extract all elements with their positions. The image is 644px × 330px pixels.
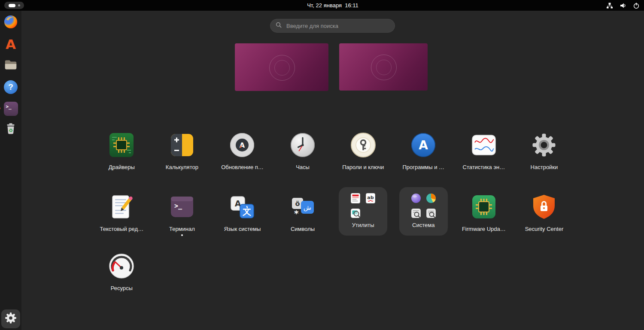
folder-preview-grid: ab [349,193,377,219]
dock-item-help[interactable]: ? [3,79,19,95]
dock-item-files[interactable] [3,58,19,74]
app-resources[interactable]: Ресурсы [91,252,152,309]
app-clocks[interactable]: Часы [273,131,333,188]
security-shield-icon [530,193,558,221]
app-terminal[interactable]: >_ Терминал [152,187,213,250]
power-icon[interactable] [633,2,640,9]
app-grid-row-2: Текстовый ред… >_ Терминал A [91,187,574,250]
firefox-icon [3,15,18,31]
app-label: Firmware Upda… [462,226,506,232]
app-label: Программы и … [402,164,444,170]
logs-mini-icon [410,208,422,219]
disks-mini-icon [410,193,422,204]
folder-label: Система [412,222,434,228]
network-icon[interactable] [606,2,613,9]
empty-slot [365,208,376,219]
app-store-icon: A [410,131,437,159]
dash-dock: A ? >_ ♻ [0,11,21,330]
search-input[interactable] [286,22,389,30]
disk-usage-pie-mini-icon [425,193,437,204]
workspace-inactive-dot [18,4,20,6]
workspace-thumbnail-2[interactable] [339,43,428,91]
svg-text:ab: ab [368,195,374,200]
running-indicator-dot [181,234,183,236]
power-statistics-icon [470,131,498,159]
app-language[interactable]: A Язык системы [212,187,273,250]
drivers-icon [108,131,135,159]
clocks-icon [289,131,316,159]
software-updater-icon: A [228,131,256,159]
folder-system[interactable]: Система [393,187,454,244]
image-viewer-mini-icon [350,208,361,219]
show-applications-icon [4,312,17,326]
volume-icon[interactable] [620,2,626,9]
svg-text:*: * [294,208,299,218]
clock[interactable]: Чт, 22 января 16:11 [307,2,358,9]
app-label: Статистика эн… [463,164,505,170]
characters-icon: ö ش * [289,193,316,221]
resources-gauge-icon [108,252,135,280]
svg-text:♻: ♻ [9,127,13,133]
app-store[interactable]: A Программы и … [393,131,454,188]
app-label: Калькулятор [166,164,198,170]
app-label: Часы [296,164,310,170]
folder-preview-grid [410,193,437,219]
fonts-mini-icon: ab [365,193,376,204]
workspace-indicator[interactable] [4,2,24,9]
passwords-keys-icon [349,131,377,159]
dock-item-app-center[interactable]: A [3,36,19,52]
app-settings[interactable]: Настройки [514,131,574,188]
show-applications-button[interactable] [1,309,20,328]
running-indicator-dot [0,107,0,109]
app-label: Язык системы [224,226,261,232]
system-tray[interactable] [606,2,640,9]
app-calculator[interactable]: Калькулятор [152,131,213,188]
app-label: Терминал [169,226,195,232]
firmware-updater-icon [470,193,498,221]
dock-item-terminal[interactable]: >_ [3,100,19,117]
app-drivers[interactable]: Драйверы [91,131,152,188]
folder-tile[interactable]: ab Утилиты [339,187,387,236]
app-label: Настройки [531,164,558,170]
text-editor-icon [108,193,135,221]
folder-label: Утилиты [352,222,374,228]
dock-item-firefox[interactable] [3,15,19,31]
app-firmware-updater[interactable]: Firmware Upda… [454,187,514,250]
gnome-activities-overview: Чт, 22 января 16:11 [0,0,644,330]
app-center-icon: A [6,38,16,51]
trash-icon: ♻ [3,122,18,138]
app-power-statistics[interactable]: Статистика эн… [454,131,514,188]
settings-gear-icon [530,131,558,159]
svg-text:ö: ö [295,200,300,208]
terminal-icon: >_ [4,102,18,116]
app-grid-row-1: Драйверы Калькулятор A [91,131,574,188]
app-label: Текстовый ред… [100,226,143,232]
app-security-center[interactable]: Security Center [514,187,574,250]
system-monitor-mini-icon [425,208,437,219]
svg-text:A: A [240,141,245,149]
files-folder-icon [3,58,18,74]
terminal-app-icon: >_ [168,193,196,221]
folder-tile[interactable]: Система [399,187,448,236]
app-text-editor[interactable]: Текстовый ред… [91,187,152,250]
help-icon: ? [4,80,18,94]
folder-utilities[interactable]: ab Утилиты [333,187,393,244]
top-bar: Чт, 22 января 16:11 [0,0,644,11]
app-characters[interactable]: ö ش * Символы [273,187,333,250]
app-software-updater[interactable]: A Обновление п… [212,131,273,188]
dock-item-trash[interactable]: ♻ [3,122,19,138]
app-passwords-keys[interactable]: Пароли и ключи [333,131,393,188]
app-label: Обновление п… [221,164,264,170]
search-bar[interactable] [270,19,395,33]
app-label: Ресурсы [111,285,133,291]
app-label: Security Center [525,226,564,232]
app-grid-row-3: Ресурсы [91,252,574,309]
search-icon [276,22,282,30]
workspace-active-pill [9,4,15,7]
app-label: Пароли и ключи [342,164,384,170]
app-label: Символы [291,226,315,232]
document-scanner-mini-icon [350,193,361,204]
workspace-thumbnail-1[interactable] [235,43,328,91]
svg-text:ش: ش [304,204,311,212]
svg-text:>_: >_ [174,202,182,210]
